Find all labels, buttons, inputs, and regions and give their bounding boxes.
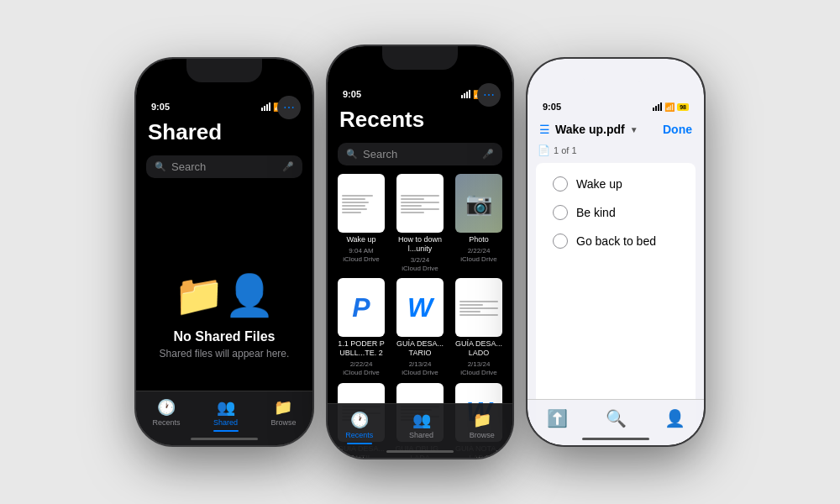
battery-3: 98	[677, 103, 689, 111]
checkbox-goback[interactable]: Go back to bed	[553, 234, 679, 249]
checkbox-bekind[interactable]: Be kind	[553, 205, 679, 220]
file-name-poder: 1.1 PODER PUBLL...TE. 2	[336, 339, 386, 358]
phones-container: 9:05 📶 98 ⋯ Shared 🔍 Search	[119, 29, 721, 475]
file-meta-poder: 2/22/24iCloud Drive	[343, 360, 380, 378]
notch-2	[382, 46, 458, 70]
search-placeholder-2: Search	[363, 148, 477, 160]
checkbox-circle-2	[553, 205, 568, 220]
home-indicator-3	[582, 438, 649, 440]
search-icon-pdf[interactable]: 🔍	[606, 408, 627, 428]
time-3: 9:05	[543, 102, 561, 112]
phone-pdf: 9:05 📶 98 ☰ Wake up.pdf ▼	[528, 59, 704, 445]
file-meta-guia1: 2/13/24iCloud Drive	[402, 360, 438, 378]
file-item-guia2[interactable]: GUÍA DESA...LADO 2/13/24iCloud Drive	[452, 278, 506, 377]
recents-icon: 🕐	[157, 398, 176, 417]
file-item-guia1[interactable]: W GUÍA DESA...TARIO 2/13/24iCloud Drive	[393, 278, 447, 377]
tab-shared[interactable]: 👥 Shared	[213, 398, 239, 432]
signal-icon-3	[653, 102, 662, 111]
tab-shared-label-2: Shared	[409, 431, 433, 439]
phone-pdf-screen: 9:05 📶 98 ☰ Wake up.pdf ▼	[528, 59, 704, 445]
home-indicator	[191, 438, 258, 440]
browse-icon: 📁	[274, 398, 292, 417]
person-icon[interactable]: 👤	[664, 408, 685, 428]
signal-icon	[261, 102, 270, 111]
file-thumb-guia2	[455, 278, 502, 337]
status-icons-3: 📶 98	[653, 102, 689, 112]
file-thumb-guia1: W	[396, 278, 444, 337]
tab-browse-label-2: Browse	[470, 431, 495, 439]
empty-subtitle: Shared files will appear here.	[160, 348, 290, 360]
notch-3	[578, 59, 654, 82]
phone-shared-screen: 9:05 📶 98 ⋯ Shared 🔍 Search	[136, 59, 312, 445]
tab-recents-label-2: Recents	[345, 431, 373, 439]
shared-icon-2: 👥	[412, 411, 431, 429]
checkbox-label-2: Be kind	[576, 206, 616, 219]
more-options-button[interactable]: ⋯	[277, 96, 301, 119]
file-thumb-howto	[396, 174, 444, 233]
tab-browse-label: Browse	[270, 418, 296, 427]
phone-shared: 9:05 📶 98 ⋯ Shared 🔍 Search	[136, 59, 312, 445]
hamburger-icon[interactable]: ☰	[539, 123, 550, 136]
file-name-photo: Photo	[469, 235, 489, 244]
file-item-photo[interactable]: 📷 Photo 2/22/24iCloud Drive	[452, 174, 506, 273]
checkbox-wakeup[interactable]: Wake up	[553, 176, 679, 192]
signal-icon-2	[461, 90, 470, 98]
phone-recents-screen: 9:05 📶 98 ⋯ Recents 🔍 Search 🎤	[328, 46, 512, 458]
tab-browse-2[interactable]: 📁 Browse	[470, 411, 495, 444]
page-title-recents: Recents	[328, 107, 512, 139]
tab-shared-2[interactable]: 👥 Shared	[409, 411, 433, 444]
file-item-wakeup[interactable]: Wake up 9:04 AMiCloud Drive	[334, 174, 388, 273]
file-name-howto: How to downl...unity	[395, 235, 445, 254]
pdf-header: ☰ Wake up.pdf ▼ Done	[528, 119, 704, 141]
wifi-icon-3: 📶	[664, 102, 675, 112]
home-indicator-2	[386, 450, 454, 453]
file-item-howto[interactable]: How to downl...unity 3/2/24iCloud Drive	[393, 174, 447, 273]
file-name-guia1: GUÍA DESA...TARIO	[395, 339, 445, 358]
empty-title: No Shared Files	[174, 329, 276, 344]
checkbox-label-3: Go back to bed	[576, 234, 656, 248]
empty-folder-icon: 📁👤	[174, 272, 275, 319]
checkbox-circle-1	[553, 176, 568, 192]
chevron-down-icon: ▼	[630, 125, 638, 134]
page-icon: 📄	[538, 144, 550, 156]
time-2: 9:05	[343, 89, 361, 99]
search-bar-shared[interactable]: 🔍 Search 🎤	[146, 155, 302, 178]
status-bar-pdf: 9:05 📶 98	[528, 89, 704, 119]
tab-recents-label: Recents	[152, 418, 180, 427]
active-indicator-2	[347, 443, 372, 444]
file-meta-guia2: 2/13/24iCloud Drive	[460, 360, 497, 378]
file-meta-wakeup: 9:04 AMiCloud Drive	[343, 247, 380, 265]
search-icon-2: 🔍	[346, 149, 358, 160]
share-icon[interactable]: ⬆️	[547, 408, 568, 428]
time: 9:05	[151, 102, 170, 112]
search-bar-recents[interactable]: 🔍 Search 🎤	[338, 143, 502, 165]
pdf-header-left: ☰ Wake up.pdf ▼	[539, 123, 638, 136]
tab-recents[interactable]: 🕐 Recents	[152, 398, 180, 432]
mic-icon-2: 🎤	[482, 149, 494, 160]
phone-recents: 9:05 📶 98 ⋯ Recents 🔍 Search 🎤	[328, 46, 512, 458]
file-item-poder[interactable]: P 1.1 PODER PUBLL...TE. 2 2/22/24iCloud …	[334, 278, 388, 377]
page-number: 1 of 1	[554, 145, 577, 155]
checkbox-circle-3	[553, 234, 568, 249]
mic-icon: 🎤	[282, 161, 294, 172]
page-indicator: 📄 1 of 1	[528, 141, 704, 163]
file-name-guia2: GUÍA DESA...LADO	[454, 339, 504, 358]
file-name-wakeup: Wake up	[346, 235, 375, 244]
page-title-shared: Shared	[136, 119, 312, 152]
search-icon: 🔍	[155, 161, 166, 172]
tab-recents-2[interactable]: 🕐 Recents	[345, 411, 373, 444]
recents-icon-2: 🕐	[350, 411, 369, 429]
tab-browse[interactable]: 📁 Browse	[270, 398, 296, 432]
file-meta-photo: 2/22/24iCloud Drive	[460, 247, 497, 265]
more-options-button-2[interactable]: ⋯	[477, 83, 501, 107]
file-thumb-photo: 📷	[455, 174, 502, 233]
file-thumb-wakeup	[338, 174, 385, 233]
pdf-title: Wake up.pdf	[555, 123, 625, 136]
file-meta-howto: 3/2/24iCloud Drive	[402, 256, 438, 274]
shared-icon: 👥	[217, 398, 235, 417]
notch	[186, 59, 262, 82]
browse-icon-2: 📁	[473, 411, 491, 429]
search-placeholder: Search	[171, 160, 277, 173]
done-button[interactable]: Done	[663, 123, 692, 136]
active-indicator	[213, 430, 239, 432]
